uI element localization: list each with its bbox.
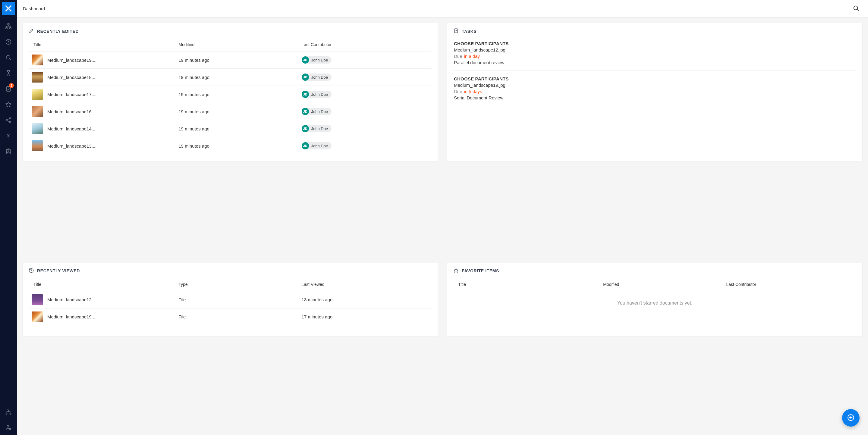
contributor-chip[interactable]: JDJohn Doe [302, 142, 332, 149]
svg-rect-2 [10, 27, 11, 29]
header: Dashboard [17, 0, 868, 18]
row-title: Medium_landscape12.... [47, 297, 96, 302]
create-fab[interactable] [842, 409, 860, 427]
task-item[interactable]: CHOOSE PARTICIPANTSMedium_landscape19.jp… [453, 71, 856, 106]
card-title: RECENTLY VIEWED [37, 268, 80, 273]
avatar: JD [302, 91, 309, 98]
task-due-value: in a day [464, 54, 480, 59]
contributor-name: John Doe [311, 144, 328, 148]
svg-point-9 [7, 134, 9, 136]
sidebar-item-user-settings[interactable] [0, 421, 17, 435]
row-last-viewed: 17 minutes ago [302, 314, 333, 319]
history-icon [5, 39, 12, 46]
contributor-name: John Doe [311, 109, 328, 114]
contributor-name: John Doe [311, 92, 328, 97]
svg-rect-1 [6, 27, 7, 29]
app-logo[interactable] [2, 2, 15, 15]
avatar: JD [302, 73, 309, 81]
card-recently-edited: RECENTLY EDITED Title Modified Last Cont… [22, 23, 438, 162]
user-gear-icon [5, 424, 12, 432]
card-header: FAVORITE ITEMS [447, 263, 862, 278]
table-row[interactable]: Medium_landscape14....19 minutes agoJDJo… [29, 120, 432, 137]
svg-point-3 [6, 55, 10, 59]
thumbnail [32, 311, 43, 322]
page-title: Dashboard [23, 6, 45, 11]
svg-point-16 [10, 413, 11, 414]
card-recently-viewed: RECENTLY VIEWED Title Type Last Viewed M… [22, 263, 438, 336]
row-type: File [179, 297, 186, 302]
row-modified: 19 minutes ago [179, 126, 210, 131]
tasks-badge: 2 [9, 83, 14, 88]
sidebar-item-history[interactable] [0, 35, 17, 49]
plus-circle-icon [847, 413, 855, 422]
row-last-viewed: 13 minutes ago [302, 297, 333, 302]
dashboard-main: RECENTLY EDITED Title Modified Last Cont… [17, 18, 868, 435]
star-icon [453, 268, 459, 274]
task-desc: Parallel document review [454, 60, 856, 65]
hourglass-icon [5, 70, 12, 77]
svg-point-15 [6, 413, 7, 414]
table-row[interactable]: Medium_landscape12....File13 minutes ago [29, 291, 432, 308]
table-row[interactable]: Medium_landscape19....19 minutes agoJDJo… [29, 51, 432, 68]
sidebar-item-expired[interactable] [0, 66, 17, 81]
contributor-chip[interactable]: JDJohn Doe [302, 108, 332, 115]
pencil-icon [29, 28, 34, 34]
row-modified: 19 minutes ago [179, 92, 210, 97]
thumbnail [32, 106, 43, 117]
avatar: JD [302, 125, 309, 132]
contributor-chip[interactable]: JDJohn Doe [302, 91, 332, 98]
sidebar: 2 [0, 0, 17, 435]
table-header: Title Modified Last Contributor [29, 39, 432, 51]
col-modified: Modified [603, 282, 619, 287]
sidebar-items-bottom [0, 405, 17, 435]
sidebar-item-personal[interactable] [0, 129, 17, 143]
star-icon [5, 101, 12, 109]
task-item[interactable]: CHOOSE PARTICIPANTSMedium_landscape12.jp… [453, 39, 856, 71]
table-row[interactable]: Medium_landscape16....19 minutes agoJDJo… [29, 103, 432, 120]
search-icon [5, 54, 12, 62]
table-row[interactable]: Medium_landscape18....19 minutes agoJDJo… [29, 68, 432, 86]
sidebar-item-sitemap[interactable] [0, 19, 17, 34]
col-title: Title [33, 42, 41, 47]
contributor-chip[interactable]: JDJohn Doe [302, 73, 332, 81]
row-type: File [179, 314, 186, 319]
sitemap-icon [5, 23, 12, 30]
table-row[interactable]: Medium_landscape17....19 minutes agoJDJo… [29, 86, 432, 103]
header-search-button[interactable] [850, 3, 862, 15]
share-nodes-icon [5, 117, 12, 125]
avatar: JD [302, 142, 309, 149]
table-header: Title Type Last Viewed [29, 278, 432, 291]
col-title: Title [33, 282, 41, 287]
favorites-empty-text: You haven't starred documents yet. [453, 291, 856, 315]
table-row[interactable]: Medium_landscape19....File17 minutes ago [29, 308, 432, 325]
sidebar-item-clipboard[interactable] [0, 144, 17, 159]
sidebar-item-favorites[interactable] [0, 98, 17, 112]
card-tasks: TASKS CHOOSE PARTICIPANTSMedium_landscap… [447, 23, 863, 162]
task-desc: Serial Document Review [454, 95, 856, 100]
card-header: RECENTLY VIEWED [23, 263, 438, 278]
sidebar-item-share[interactable] [0, 113, 17, 128]
contributor-chip[interactable]: JDJohn Doe [302, 56, 332, 64]
task-file: Medium_landscape12.jpg [454, 47, 856, 53]
card-header: TASKS [447, 23, 862, 39]
table-row[interactable]: Medium_landscape13....19 minutes agoJDJo… [29, 137, 432, 154]
col-contributor: Last Contributor [302, 42, 332, 47]
table-header: Title Modified Last Contributor [453, 278, 856, 291]
row-modified: 19 minutes ago [179, 58, 210, 63]
history-icon [29, 268, 34, 274]
sidebar-item-search[interactable] [0, 51, 17, 65]
sidebar-item-admin[interactable] [0, 405, 17, 419]
card-favorites: FAVORITE ITEMS Title Modified Last Contr… [447, 263, 863, 336]
task-due: Duein a day [454, 54, 856, 59]
sidebar-item-tasks[interactable]: 2 [0, 82, 17, 96]
checklist-icon [453, 28, 459, 34]
tasks-list: CHOOSE PARTICIPANTSMedium_landscape12.jp… [453, 39, 856, 106]
task-due-label: Due [454, 89, 462, 94]
col-type: Type [179, 282, 187, 287]
svg-point-17 [7, 425, 9, 427]
row-title: Medium_landscape19.... [47, 58, 96, 63]
col-last-viewed: Last Viewed [302, 282, 324, 287]
row-title: Medium_landscape19.... [47, 314, 96, 319]
contributor-chip[interactable]: JDJohn Doe [302, 125, 332, 132]
col-modified: Modified [179, 42, 194, 47]
